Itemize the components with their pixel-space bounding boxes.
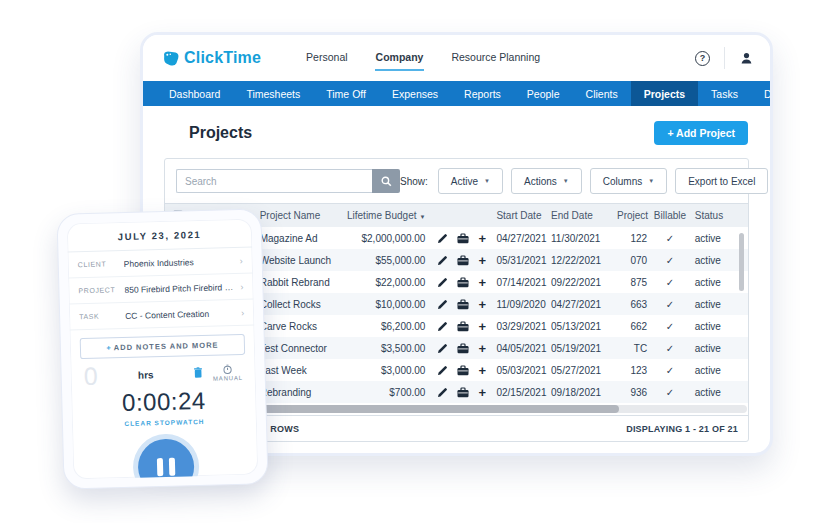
end-date-cell: 12/22/2021 [551, 255, 617, 266]
edit-pencil-icon[interactable] [437, 387, 448, 398]
add-row-icon[interactable]: + [478, 232, 486, 245]
nav-item-expenses[interactable]: Expenses [379, 81, 451, 106]
project-name-cell[interactable]: Carve Rocks [260, 321, 343, 332]
end-date-cell: 05/13/2021 [551, 321, 617, 332]
add-notes-label: ADD NOTES AND MORE [114, 341, 219, 353]
nav-item-time-off[interactable]: Time Off [313, 81, 379, 106]
add-project-button[interactable]: + Add Project [654, 121, 748, 145]
project-label: PROJECT [78, 286, 124, 294]
nav-item-tasks[interactable]: Tasks [698, 81, 751, 106]
col-header-start-date[interactable]: Start Date [486, 210, 551, 221]
col-header-status[interactable]: Status [689, 210, 740, 221]
top-nav-item-company[interactable]: Company [375, 45, 425, 71]
help-icon[interactable]: ? [695, 51, 710, 66]
briefcase-icon[interactable] [457, 277, 469, 288]
col-header-billable[interactable]: Billable [651, 210, 689, 221]
briefcase-icon[interactable] [457, 299, 469, 310]
billable-check-icon: ✓ [651, 299, 689, 310]
task-value: CC - Content Creation [125, 308, 237, 321]
project-number-cell: 070 [617, 255, 651, 266]
actions-dropdown[interactable]: Actions ▼ [511, 168, 582, 194]
nav-item-clients[interactable]: Clients [573, 81, 631, 106]
nav-item-reports[interactable]: Reports [451, 81, 514, 106]
clicktime-logo[interactable]: ClickTime [161, 49, 261, 67]
end-date-cell: 04/27/2021 [551, 299, 617, 310]
manual-mode-toggle[interactable]: MANUAL [213, 364, 243, 382]
pause-icon [137, 438, 194, 479]
col-header-end-date[interactable]: End Date [551, 210, 617, 221]
add-notes-button[interactable]: +ADD NOTES AND MORE [80, 334, 245, 359]
project-name-cell[interactable]: Rebranding [260, 387, 343, 398]
search-button[interactable] [372, 169, 400, 193]
end-date-cell: 09/18/2021 [551, 387, 617, 398]
nav-item-dashboard[interactable]: Dashboard [156, 81, 233, 106]
footer-rows-label: ROWS [270, 424, 299, 434]
top-nav-item-resource-planning[interactable]: Resource Planning [450, 45, 541, 71]
briefcase-icon[interactable] [457, 387, 469, 398]
plus-icon: + [106, 343, 112, 352]
vertical-scrollbar[interactable] [739, 233, 744, 291]
start-date-cell: 05/31/2021 [486, 255, 551, 266]
project-name-cell[interactable]: Magazine Ad [260, 233, 343, 244]
project-name-cell[interactable]: Test Connector [260, 343, 343, 354]
add-row-icon[interactable]: + [478, 276, 486, 289]
start-date-cell: 03/29/2021 [486, 321, 551, 332]
phone-task-row[interactable]: TASK CC - Content Creation › [69, 300, 255, 331]
add-row-icon[interactable]: + [478, 342, 486, 355]
top-nav-item-personal[interactable]: Personal [305, 45, 348, 71]
edit-pencil-icon[interactable] [437, 299, 448, 310]
manual-label: MANUAL [213, 375, 243, 382]
topbar-right: ? [695, 47, 754, 69]
add-row-icon[interactable]: + [478, 254, 486, 267]
clear-stopwatch-link[interactable]: CLEAR STOPWATCH [72, 417, 257, 429]
briefcase-icon[interactable] [457, 365, 469, 376]
add-row-icon[interactable]: + [478, 320, 486, 333]
briefcase-icon[interactable] [457, 233, 469, 244]
user-account-icon[interactable] [739, 51, 754, 66]
status-cell: active [689, 299, 740, 310]
col-header-project-number[interactable]: Project # [617, 210, 651, 221]
export-to-excel-button[interactable]: Export to Excel [675, 168, 768, 194]
project-name-cell[interactable]: Collect Rocks [260, 299, 343, 310]
project-name-cell[interactable]: Website Launch [260, 255, 343, 266]
briefcase-icon[interactable] [457, 255, 469, 266]
nav-item-timesheets[interactable]: Timesheets [233, 81, 313, 106]
start-date-cell: 02/15/2021 [486, 387, 551, 398]
nav-item-divisions[interactable]: Divisions [751, 81, 773, 106]
edit-pencil-icon[interactable] [437, 255, 448, 266]
search-input[interactable] [176, 169, 372, 193]
end-date-cell: 05/27/2021 [551, 365, 617, 376]
topbar-divider [724, 47, 725, 69]
lifetime-budget-cell: $55,000.00 [343, 255, 428, 266]
edit-pencil-icon[interactable] [437, 365, 448, 376]
billable-check-icon: ✓ [651, 343, 689, 354]
pause-button[interactable] [132, 433, 200, 479]
nav-item-people[interactable]: People [514, 81, 573, 106]
project-name-cell[interactable]: Rabbit Rebrand [260, 277, 343, 288]
project-name-cell[interactable]: Last Week [260, 365, 343, 376]
delete-timer-icon[interactable] [194, 367, 203, 378]
hours-zero-value: 0 [83, 364, 98, 389]
briefcase-icon[interactable] [457, 343, 469, 354]
edit-pencil-icon[interactable] [437, 277, 448, 288]
nav-item-projects[interactable]: Projects [631, 81, 698, 106]
status-cell: active [689, 365, 740, 376]
briefcase-icon[interactable] [457, 321, 469, 332]
edit-pencil-icon[interactable] [437, 321, 448, 332]
start-date-cell: 11/09/2020 [486, 299, 551, 310]
lifetime-budget-cell: $700.00 [343, 387, 428, 398]
search-icon [381, 176, 392, 187]
add-row-icon[interactable]: + [478, 364, 486, 377]
top-nav: PersonalCompanyResource Planning [305, 45, 541, 71]
edit-pencil-icon[interactable] [437, 233, 448, 244]
col-header-lifetime-budget[interactable]: Lifetime Budget▼ [343, 210, 428, 221]
col-header-project-name[interactable]: Project Name [260, 210, 343, 221]
add-row-icon[interactable]: + [478, 386, 486, 399]
lifetime-budget-cell: $10,000.00 [343, 299, 428, 310]
columns-dropdown[interactable]: Columns ▼ [590, 168, 667, 194]
project-number-cell: 875 [617, 277, 651, 288]
edit-pencil-icon[interactable] [437, 343, 448, 354]
add-row-icon[interactable]: + [478, 298, 486, 311]
stopwatch-time: 0:00:24 [71, 386, 257, 419]
filter-active-dropdown[interactable]: Active ▼ [438, 168, 503, 194]
